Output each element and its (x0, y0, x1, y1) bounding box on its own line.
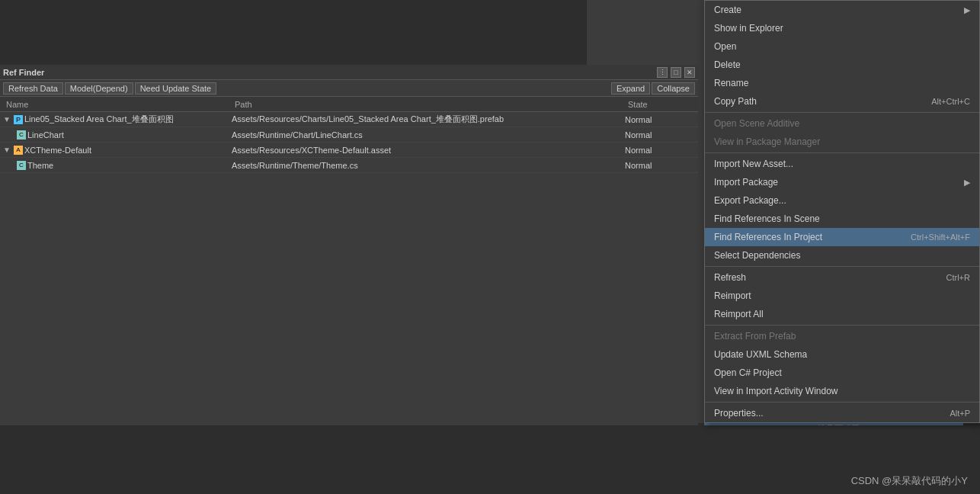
menu-label-reimport: Reimport (714, 290, 751, 301)
menu-item-delete[interactable]: Delete (705, 56, 979, 74)
table-row[interactable]: C Theme Assets/Runtime/Theme/Theme.cs No… (0, 158, 698, 173)
col-header-state: State (622, 100, 698, 109)
table-row[interactable]: ▼ P Line05_Stacked Area Chart_堆叠面积图 Asse… (0, 112, 698, 127)
menu-label-view-in-import-activity: View in Import Activity Window (714, 386, 838, 396)
need-update-state-button[interactable]: Need Update State (135, 82, 217, 95)
menu-label-reimport-all: Reimport All (714, 309, 764, 319)
expand-arrow-0: ▼ (3, 115, 11, 124)
submenu-arrow-create: ▶ (964, 5, 970, 15)
collapse-button[interactable]: Collapse (652, 82, 695, 95)
refresh-data-button[interactable]: Refresh Data (3, 82, 63, 95)
menu-item-find-references-in-project[interactable]: Find References In Project Ctrl+Shift+Al… (705, 228, 979, 246)
menu-item-copy-path[interactable]: Copy Path Alt+Ctrl+C (705, 92, 979, 111)
row-name-3: C Theme (0, 161, 229, 170)
menu-item-find-references-in-scene[interactable]: Find References In Scene (705, 210, 979, 228)
menu-label-view-in-package-manager: View in Package Manager (714, 136, 820, 147)
prefab-icon-0: P (14, 115, 23, 124)
panel-title: Ref Finder (3, 68, 44, 77)
menu-label-find-references-in-project: Find References In Project (714, 232, 822, 242)
shortcut-refresh: Ctrl+R (946, 273, 970, 282)
row-state-2: Normal (622, 146, 698, 155)
menu-item-reimport-all[interactable]: Reimport All (705, 305, 979, 323)
row-name-text-1: LineChart (27, 130, 64, 140)
panel-title-icons: ⋮ □ ✕ (657, 67, 695, 78)
row-name-text-2: XCTheme-Default (24, 146, 91, 155)
col-header-name: Name (0, 100, 229, 109)
menu-label-copy-path: Copy Path (714, 96, 757, 107)
script-icon-3: C (17, 161, 26, 170)
menu-label-properties: Properties... (714, 408, 764, 419)
menu-item-open[interactable]: Open (705, 37, 979, 56)
menu-label-export-package: Export Package... (714, 195, 786, 206)
menu-item-view-in-import-activity[interactable]: View in Import Activity Window (705, 382, 979, 400)
script-icon-1: C (17, 130, 26, 140)
row-state-1: Normal (622, 130, 698, 140)
menu-label-import-new-asset: Import New Asset... (714, 159, 793, 169)
separator-4 (705, 325, 979, 326)
panel-close-icon[interactable]: ✕ (684, 67, 695, 78)
menu-label-update-uxml-schema: Update UXML Schema (714, 349, 807, 360)
row-name-0: ▼ P Line05_Stacked Area Chart_堆叠面积图 (0, 114, 229, 125)
separator-3 (705, 266, 979, 267)
watermark-area: CSDN @呆呆敲代码的小Y (0, 425, 980, 494)
submenu-arrow-import-package: ▶ (964, 178, 970, 188)
menu-item-select-dependencies[interactable]: Select Dependencies (705, 246, 979, 265)
menu-item-import-package[interactable]: Import Package ▶ (705, 173, 979, 191)
menu-label-open-scene-additive: Open Scene Additive (714, 118, 799, 129)
row-state-3: Normal (622, 161, 698, 170)
separator-2 (705, 152, 979, 153)
separator-5 (705, 402, 979, 403)
panel-menu-icon[interactable]: ⋮ (657, 67, 668, 78)
row-name-1: C LineChart (0, 130, 229, 140)
menu-label-open: Open (714, 41, 736, 52)
separator-1 (705, 112, 979, 113)
menu-label-show-in-explorer: Show in Explorer (714, 23, 783, 34)
panel-title-bar: Ref Finder ⋮ □ ✕ (0, 65, 698, 80)
watermark-text: CSDN @呆呆敲代码的小Y (851, 474, 968, 488)
menu-label-refresh: Refresh (714, 272, 746, 283)
asset-icon-2: A (14, 146, 23, 155)
row-name-text-0: Line05_Stacked Area Chart_堆叠面积图 (24, 114, 174, 125)
top-dark-area (0, 0, 587, 65)
shortcut-properties: Alt+P (950, 409, 970, 418)
menu-label-rename: Rename (714, 78, 748, 88)
menu-item-show-in-explorer[interactable]: Show in Explorer (705, 19, 979, 37)
menu-item-extract-from-prefab: Extract From Prefab (705, 327, 979, 345)
context-menu: Create ▶ Show in Explorer Open Delete Re… (704, 0, 980, 423)
menu-item-open-csharp-project[interactable]: Open C# Project (705, 364, 979, 382)
table-body: ▼ P Line05_Stacked Area Chart_堆叠面积图 Asse… (0, 112, 698, 173)
col-header-path: Path (229, 100, 622, 109)
menu-item-create[interactable]: Create ▶ (705, 1, 979, 19)
expand-arrow-2: ▼ (3, 146, 11, 154)
menu-item-properties[interactable]: Properties... Alt+P (705, 404, 979, 422)
panel-maximize-icon[interactable]: □ (671, 67, 681, 78)
shortcut-copy-path: Alt+Ctrl+C (931, 97, 970, 106)
menu-item-update-uxml-schema[interactable]: Update UXML Schema (705, 345, 979, 364)
menu-label-open-csharp-project: Open C# Project (714, 367, 782, 378)
menu-item-reimport[interactable]: Reimport (705, 287, 979, 305)
menu-label-select-dependencies: Select Dependencies (714, 250, 800, 261)
menu-label-import-package: Import Package (714, 177, 778, 188)
menu-label-find-references-in-scene: Find References In Scene (714, 213, 820, 224)
shortcut-find-references-in-project: Ctrl+Shift+Alt+F (911, 233, 970, 242)
model-depend-button[interactable]: Model(Depend) (65, 82, 133, 95)
table-row[interactable]: C LineChart Assets/Runtime/Chart/LineCha… (0, 127, 698, 143)
row-path-3: Assets/Runtime/Theme/Theme.cs (229, 161, 622, 170)
menu-item-rename[interactable]: Rename (705, 74, 979, 92)
row-name-text-3: Theme (27, 161, 53, 170)
row-name-2: ▼ A XCTheme-Default (0, 146, 229, 155)
menu-label-delete: Delete (714, 59, 741, 70)
menu-item-refresh[interactable]: Refresh Ctrl+R (705, 268, 979, 287)
menu-label-create: Create (714, 5, 741, 15)
table-row[interactable]: ▼ A XCTheme-Default Assets/Resources/XCT… (0, 143, 698, 158)
toolbar: Refresh Data Model(Depend) Need Update S… (0, 80, 698, 97)
menu-item-import-new-asset[interactable]: Import New Asset... (705, 155, 979, 173)
row-state-0: Normal (622, 115, 698, 124)
menu-item-open-scene-additive: Open Scene Additive (705, 114, 979, 133)
menu-item-export-package[interactable]: Export Package... (705, 191, 979, 210)
row-path-2: Assets/Resources/XCTheme-Default.asset (229, 146, 622, 155)
table-header: Name Path State (0, 97, 698, 112)
menu-item-view-in-package-manager: View in Package Manager (705, 133, 979, 151)
menu-label-extract-from-prefab: Extract From Prefab (714, 331, 796, 342)
expand-button[interactable]: Expand (611, 82, 650, 95)
